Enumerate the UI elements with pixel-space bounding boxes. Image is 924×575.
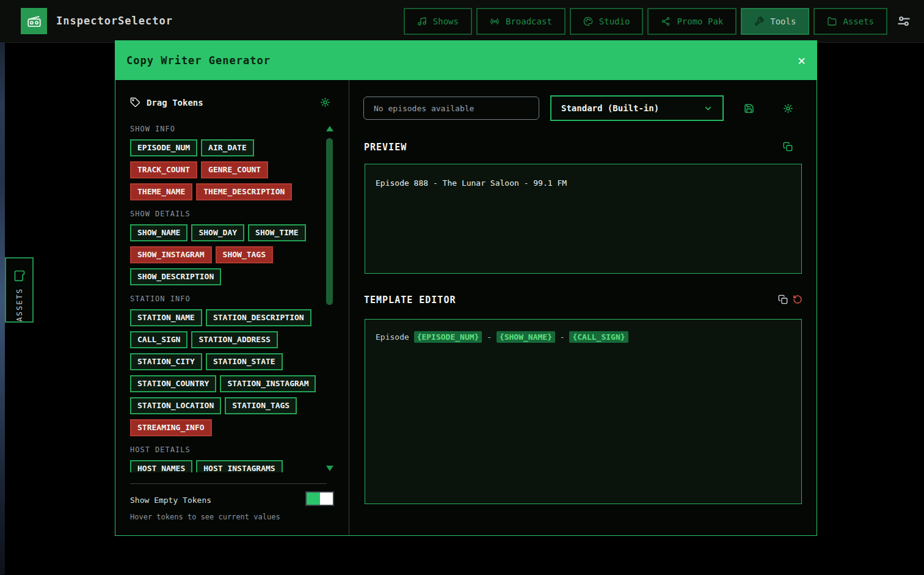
token-chip-theme-description[interactable]: THEME_DESCRIPTION — [196, 183, 292, 200]
token-chip-show-name[interactable]: SHOW_NAME — [130, 224, 187, 241]
reset-icon — [793, 295, 802, 304]
save-template-button[interactable] — [744, 103, 754, 114]
gear-icon — [783, 103, 793, 114]
copy-icon — [778, 295, 788, 304]
filters-sliders-icon[interactable] — [896, 13, 912, 29]
show-empty-tokens-toggle[interactable] — [305, 491, 334, 506]
side-tab-label: ASSETS — [15, 288, 24, 321]
token-chip-station-country[interactable]: STATION_COUNTRY — [130, 375, 216, 392]
divider — [130, 483, 327, 484]
close-icon[interactable]: ✕ — [798, 54, 806, 67]
token-chip-show-day[interactable]: SHOW_DAY — [191, 224, 244, 241]
drag-tokens-title: Drag Tokens — [147, 98, 203, 108]
chevron-down-icon — [704, 104, 713, 113]
folder-icon — [827, 16, 837, 26]
nav-button-label: Promo Pak — [677, 16, 723, 26]
token-chip-station-city[interactable]: STATION_CITY — [130, 353, 202, 370]
palette-icon — [583, 16, 593, 26]
token-chip-show-tags[interactable]: SHOW_TAGS — [216, 246, 273, 263]
preview-title: PREVIEW — [364, 142, 407, 153]
nav-button-label: Shows — [433, 16, 459, 26]
editor-text: Episode — [376, 332, 414, 342]
save-icon — [744, 103, 754, 114]
background-image-strip — [0, 0, 5, 575]
token-section-label: SHOW DETAILS — [130, 210, 322, 218]
nav-button-group: Shows Broadcast Studio — [404, 8, 887, 35]
token-chip-theme-name[interactable]: THEME_NAME — [130, 183, 192, 200]
token-chip-genre-count[interactable]: GENRE_COUNT — [201, 161, 268, 178]
modal-title: Copy Writer Generator — [126, 54, 271, 67]
nav-button-tools[interactable]: Tools — [741, 8, 809, 35]
token-chip-station-instagram[interactable]: STATION_INSTAGRAM — [220, 375, 316, 392]
token-scrollbar — [326, 126, 333, 471]
music-note-icon — [417, 16, 427, 26]
token-chip-station-tags[interactable]: STATION_TAGS — [225, 397, 297, 414]
token-chip-show-instagram[interactable]: SHOW_INSTAGRAM — [130, 246, 212, 263]
token-chip-episode-num[interactable]: EPISODE_NUM — [130, 139, 197, 156]
scroll-down-arrow-icon[interactable] — [326, 466, 333, 471]
editor-separator: - — [555, 332, 569, 342]
editor-token-call-sign[interactable]: {CALL_SIGN} — [569, 331, 628, 343]
app-title: InspectorSelector — [56, 15, 173, 27]
scrollbar-thumb[interactable] — [326, 138, 333, 305]
token-section-label: STATION INFO — [130, 295, 322, 303]
token-chip-host-instagrams[interactable]: HOST_INSTAGRAMS — [196, 460, 282, 472]
top-navbar: InspectorSelector Shows Broadcast — [0, 0, 924, 43]
editor-token-show-name[interactable]: {SHOW_NAME} — [497, 331, 555, 343]
nav-button-assets[interactable]: Assets — [813, 8, 887, 35]
nav-button-studio[interactable]: Studio — [570, 8, 644, 35]
token-section-label: SHOW INFO — [130, 125, 322, 133]
template-settings-button[interactable] — [783, 103, 793, 114]
modal-header: Copy Writer Generator ✕ — [115, 41, 817, 80]
token-chip-station-state[interactable]: STATION_STATE — [206, 353, 283, 370]
scroll-up-arrow-icon[interactable] — [326, 126, 333, 131]
token-chip-station-description[interactable]: STATION_DESCRIPTION — [206, 309, 311, 326]
tag-icon — [130, 97, 140, 108]
token-chip-track-count[interactable]: TRACK_COUNT — [130, 161, 197, 178]
editor-separator: - — [482, 332, 496, 342]
nav-button-broadcast[interactable]: Broadcast — [476, 8, 566, 35]
episode-select[interactable]: No episodes available — [363, 97, 539, 120]
copy-icon — [783, 142, 793, 152]
copy-template-button[interactable] — [778, 295, 788, 304]
reset-template-button[interactable] — [793, 295, 802, 304]
template-select[interactable]: Standard (Built-in) — [550, 95, 724, 121]
nav-button-label: Studio — [599, 16, 630, 26]
template-editor-title: TEMPLATE EDITOR — [364, 295, 456, 306]
token-chip-station-location[interactable]: STATION_LOCATION — [130, 397, 221, 414]
token-chip-row: HOST_NAMESHOST_INSTAGRAMS — [130, 460, 322, 472]
token-chip-row: SHOW_NAMESHOW_DAYSHOW_TIMESHOW_INSTAGRAM… — [130, 224, 322, 285]
token-chip-station-address[interactable]: STATION_ADDRESS — [191, 331, 277, 348]
copy-preview-button[interactable] — [783, 142, 793, 152]
token-section-label: HOST DETAILS — [130, 445, 322, 454]
token-chip-show-time[interactable]: SHOW_TIME — [248, 224, 305, 241]
token-chip-row: EPISODE_NUMAIR_DATETRACK_COUNTGENRE_COUN… — [130, 139, 322, 200]
drag-tokens-panel: Drag Tokens SHOW INFOEPISODE_NUMAIR_DATE… — [115, 80, 349, 535]
gear-icon[interactable] — [320, 97, 330, 108]
copy-writer-main: No episodes available Standard (Built-in… — [349, 80, 817, 535]
token-chip-streaming-info[interactable]: STREAMING_INFO — [130, 419, 212, 436]
nav-button-promo-pak[interactable]: Promo Pak — [647, 8, 737, 35]
broadcast-icon — [490, 16, 500, 26]
episode-select-value: No episodes available — [374, 104, 474, 113]
share-icon — [661, 16, 671, 26]
show-empty-tokens-label: Show Empty Tokens — [130, 496, 211, 505]
toggle-track-on — [307, 493, 320, 505]
nav-button-shows[interactable]: Shows — [404, 8, 472, 35]
copy-writer-generator-modal: Copy Writer Generator ✕ Drag Tokens — [115, 40, 817, 536]
token-chip-air-date[interactable]: AIR_DATE — [201, 139, 254, 156]
nav-button-label: Tools — [770, 16, 796, 26]
token-chip-call-sign[interactable]: CALL_SIGN — [130, 331, 187, 348]
app-logo[interactable] — [21, 8, 47, 34]
wrench-icon — [754, 16, 764, 26]
assets-side-tab[interactable]: ASSETS — [5, 257, 34, 323]
token-hover-hint: Hover tokens to see current values — [130, 513, 280, 521]
token-chip-host-names[interactable]: HOST_NAMES — [130, 460, 192, 472]
editor-token-episode-num[interactable]: {EPISODE_NUM} — [414, 331, 482, 343]
template-select-value: Standard (Built-in) — [561, 103, 659, 113]
template-editor-input[interactable]: Episode {EPISODE_NUM} - {SHOW_NAME} - {C… — [365, 319, 802, 504]
nav-button-label: Broadcast — [506, 16, 552, 26]
token-chip-station-name[interactable]: STATION_NAME — [130, 309, 202, 326]
nav-button-label: Assets — [843, 16, 874, 26]
token-chip-show-description[interactable]: SHOW_DESCRIPTION — [130, 268, 221, 285]
